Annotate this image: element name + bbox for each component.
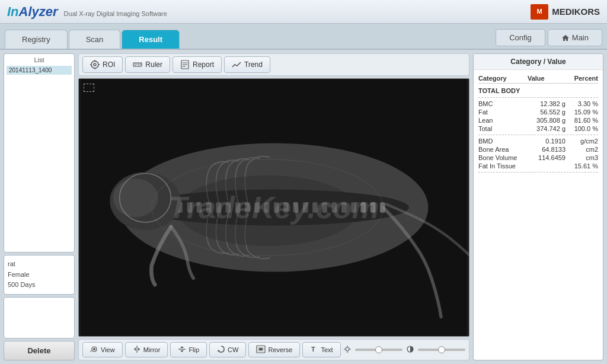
main-label: Main: [572, 33, 589, 42]
xray-image-area: TradeKey.com: [78, 78, 469, 337]
table-row-bone-volume: Bone Volume 114.6459 cm3: [478, 154, 598, 162]
svg-text:M: M: [537, 8, 542, 15]
cw-icon: [217, 345, 225, 355]
tab-registry[interactable]: Registry: [5, 30, 68, 49]
svg-point-50: [93, 348, 95, 350]
patient-info: rat Female 500 Days: [4, 255, 75, 295]
config-button[interactable]: Config: [496, 29, 545, 46]
section-total-body: TOTAL BODY: [478, 84, 598, 95]
logo: InAlyzer Dual X-ray Digital Imaging Soft…: [7, 4, 167, 20]
svg-marker-2: [562, 35, 569, 41]
bmc-percent: 3.30 %: [566, 100, 598, 107]
text-label: Text: [321, 346, 333, 353]
svg-rect-60: [259, 348, 263, 350]
list-box: List 20141113_1400: [4, 53, 75, 253]
main-content: List 20141113_1400 rat Female 500 Days D…: [0, 50, 607, 364]
table-header: Category Value Percent: [478, 74, 598, 84]
flip-button[interactable]: Flip: [170, 342, 207, 357]
brightness-icon: [343, 345, 352, 355]
fat-tissue-value: [530, 162, 566, 170]
mirror-label: Mirror: [143, 346, 161, 353]
divider-3: [478, 172, 598, 173]
lean-value: 305.808 g: [530, 117, 566, 124]
center-panel: ROI Ruler: [78, 53, 469, 360]
report-label: Report: [193, 60, 214, 69]
flip-label: Flip: [189, 346, 199, 353]
reverse-label: Reverse: [268, 346, 292, 353]
bmd-value: 0.1910: [530, 138, 566, 145]
medikors-label: MEDIKORS: [552, 7, 600, 17]
divider-1: [478, 97, 598, 98]
tab-result[interactable]: Result: [122, 30, 180, 49]
logo-alyzer: Alyzer: [19, 4, 58, 20]
col-value: Value: [528, 75, 545, 82]
brightness-thumb[interactable]: [375, 346, 382, 353]
main-button[interactable]: Main: [548, 29, 602, 46]
age-label: 500 Days: [8, 280, 71, 290]
extra-box: [4, 297, 75, 339]
divider-2: [478, 135, 598, 135]
bmc-label: BMC: [478, 100, 530, 107]
list-item[interactable]: 20141113_1400: [7, 66, 72, 75]
view-label: View: [101, 346, 115, 353]
logo-in: In: [7, 4, 19, 20]
data-table: Category Value Percent TOTAL BODY BMC 12…: [474, 70, 603, 360]
trend-button[interactable]: Trend: [224, 56, 270, 73]
svg-rect-43: [370, 202, 376, 212]
right-panel-title: Category / Value: [474, 54, 603, 70]
bmd-label: BMD: [478, 138, 530, 145]
total-value: 374.742 g: [530, 125, 566, 132]
view-button[interactable]: View: [82, 342, 123, 357]
tab-scan[interactable]: Scan: [69, 30, 121, 49]
ruler-icon: [133, 60, 142, 69]
delete-button[interactable]: Delete: [4, 341, 75, 360]
roi-label: ROI: [103, 60, 115, 69]
nav-right: Config Main: [496, 29, 602, 49]
contrast-icon: [406, 345, 414, 355]
bottom-toolbar: View Mirror: [78, 339, 469, 360]
bone-volume-label: Bone Volume: [478, 154, 530, 161]
table-row-bmd: BMD 0.1910 g/cm2: [478, 137, 598, 145]
svg-text:T: T: [311, 346, 315, 353]
ruler-button[interactable]: Ruler: [125, 56, 170, 73]
contrast-slider[interactable]: [418, 349, 465, 351]
svg-point-3: [91, 61, 98, 68]
svg-point-49: [177, 175, 357, 246]
reverse-icon: [256, 345, 266, 355]
table-row-lean: Lean 305.808 g 81.60 %: [478, 116, 598, 124]
header-right: M MEDIKORS: [531, 4, 600, 20]
bone-area-unit: cm2: [566, 146, 598, 153]
reverse-button[interactable]: Reverse: [248, 342, 300, 357]
svg-point-62: [346, 347, 349, 351]
svg-marker-56: [180, 350, 184, 352]
lean-label: Lean: [478, 117, 530, 124]
roi-button[interactable]: ROI: [82, 56, 123, 73]
mirror-icon: [133, 345, 141, 355]
fat-percent: 15.09 %: [566, 108, 598, 116]
report-button[interactable]: Report: [172, 56, 222, 73]
svg-rect-42: [360, 202, 366, 212]
total-percent: 100.0 %: [566, 125, 598, 132]
view-icon: [90, 345, 98, 355]
svg-marker-55: [180, 346, 184, 348]
bone-area-label: Bone Area: [478, 146, 530, 153]
bone-volume-value: 114.6459: [530, 154, 566, 161]
bmd-unit: g/cm2: [566, 138, 598, 145]
cw-button[interactable]: CW: [209, 342, 246, 357]
right-panel: Category / Value Category Value Percent …: [473, 53, 603, 360]
image-toolbar: ROI Ruler: [78, 53, 469, 76]
list-title: List: [7, 56, 72, 63]
text-button[interactable]: T Text: [302, 342, 340, 357]
home-icon: [561, 34, 570, 41]
ruler-label: Ruler: [145, 60, 162, 69]
fat-tissue-label: Fat In Tissue: [478, 162, 530, 170]
report-icon: [180, 60, 190, 69]
brightness-slider[interactable]: [355, 349, 402, 351]
col-category: Category: [478, 75, 507, 82]
table-row-fat-tissue: Fat In Tissue 15.61 %: [478, 162, 598, 170]
contrast-thumb[interactable]: [438, 346, 445, 353]
fat-tissue-percent: 15.61 %: [566, 162, 598, 170]
total-label: Total: [478, 125, 530, 132]
mirror-button[interactable]: Mirror: [125, 342, 168, 357]
logo-subtitle: Dual X-ray Digital Imaging Software: [64, 10, 167, 17]
